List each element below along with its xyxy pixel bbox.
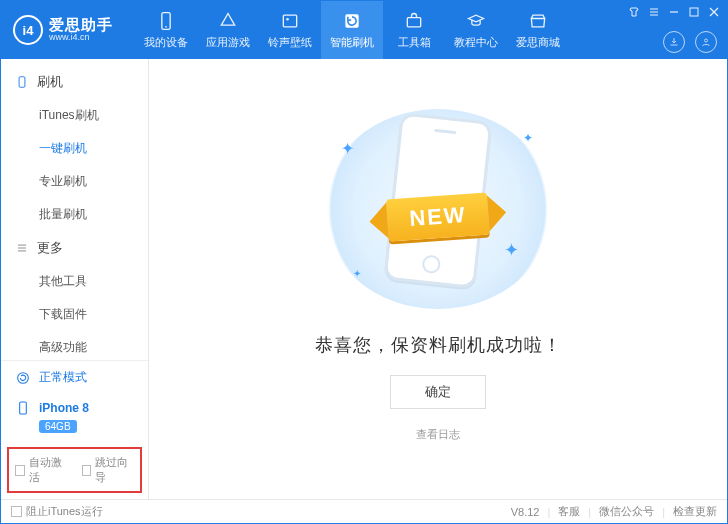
svg-rect-8 — [19, 77, 25, 88]
sidebar-item-itunes-flash[interactable]: iTunes刷机 — [1, 99, 148, 132]
sidebar-item-download-firmware[interactable]: 下载固件 — [1, 298, 148, 331]
group-title: 更多 — [37, 239, 63, 257]
menu-icon[interactable] — [647, 5, 661, 19]
nav-label: 工具箱 — [398, 35, 431, 50]
nav-label: 应用游戏 — [206, 35, 250, 50]
support-link[interactable]: 客服 — [558, 504, 580, 519]
mode-label: 正常模式 — [39, 369, 87, 386]
sidebar: 刷机 iTunes刷机 一键刷机 专业刷机 批量刷机 更多 其他工具 下载固件 … — [1, 59, 149, 499]
group-title: 刷机 — [37, 73, 63, 91]
nav-apps[interactable]: 应用游戏 — [197, 1, 259, 59]
sidebar-bottom: 正常模式 iPhone 8 64GB 自动激活 跳过向导 — [1, 360, 148, 499]
wechat-link[interactable]: 微信公众号 — [599, 504, 654, 519]
statusbar: 阻止iTunes运行 V8.12 | 客服 | 微信公众号 | 检查更新 — [1, 499, 727, 523]
checkbox-label: 自动激活 — [29, 455, 68, 485]
device-name: iPhone 8 — [39, 401, 89, 415]
maximize-button[interactable] — [687, 5, 701, 19]
separator: | — [547, 506, 550, 518]
brand-site: www.i4.cn — [49, 33, 113, 43]
sparkle-icon: ✦ — [504, 239, 519, 261]
sparkle-icon: ✦ — [341, 139, 354, 158]
nav-label: 爱思商城 — [516, 35, 560, 50]
brand-text: 爱思助手 www.i4.cn — [49, 17, 113, 43]
separator: | — [662, 506, 665, 518]
refresh-icon — [342, 11, 362, 31]
device-row[interactable]: iPhone 8 64GB — [1, 394, 148, 443]
checkbox-auto-activate[interactable]: 自动激活 — [15, 455, 68, 485]
separator: | — [588, 506, 591, 518]
nav-tutorial[interactable]: 教程中心 — [445, 1, 507, 59]
nav-label: 铃声壁纸 — [268, 35, 312, 50]
nav-toolbox[interactable]: 工具箱 — [383, 1, 445, 59]
graduation-icon — [466, 11, 486, 31]
nav-label: 我的设备 — [144, 35, 188, 50]
sparkle-icon: ✦ — [353, 268, 361, 279]
sidebar-item-batch-flash[interactable]: 批量刷机 — [1, 198, 148, 231]
user-button[interactable] — [695, 31, 717, 53]
svg-point-3 — [286, 18, 289, 20]
logo-icon: i4 — [13, 15, 43, 45]
checkbox-label: 跳过向导 — [95, 455, 134, 485]
device-icon — [156, 11, 176, 31]
statusbar-right: V8.12 | 客服 | 微信公众号 | 检查更新 — [511, 504, 717, 519]
nav-my-device[interactable]: 我的设备 — [135, 1, 197, 59]
phone-small-icon — [15, 400, 31, 416]
app-window: i4 爱思助手 www.i4.cn 我的设备 应用游戏 铃声壁纸 智能刷机 — [0, 0, 728, 524]
download-button[interactable] — [663, 31, 685, 53]
checkbox-icon — [15, 465, 25, 476]
nav-ringtones[interactable]: 铃声壁纸 — [259, 1, 321, 59]
highlighted-options: 自动激活 跳过向导 — [7, 447, 142, 493]
store-icon — [528, 11, 548, 31]
apps-icon — [218, 11, 238, 31]
device-capacity-badge: 64GB — [39, 420, 77, 433]
sidebar-item-oneclick-flash[interactable]: 一键刷机 — [1, 132, 148, 165]
top-nav: 我的设备 应用游戏 铃声壁纸 智能刷机 工具箱 教程中心 — [135, 1, 569, 59]
checkbox-icon — [82, 465, 92, 476]
close-button[interactable] — [707, 5, 721, 19]
main-panel: ✦ ✦ ✦ ✦ NEW 恭喜您，保资料刷机成功啦！ 确定 查看日志 — [149, 59, 727, 499]
titlebar: i4 爱思助手 www.i4.cn 我的设备 应用游戏 铃声壁纸 智能刷机 — [1, 1, 727, 59]
check-update-link[interactable]: 检查更新 — [673, 504, 717, 519]
svg-point-1 — [165, 26, 167, 28]
nav-store[interactable]: 爱思商城 — [507, 1, 569, 59]
version-label: V8.12 — [511, 506, 540, 518]
svg-rect-10 — [20, 402, 27, 414]
nav-label: 智能刷机 — [330, 35, 374, 50]
shirt-icon[interactable] — [627, 5, 641, 19]
checkbox-label: 阻止iTunes运行 — [26, 504, 103, 519]
nav-label: 教程中心 — [454, 35, 498, 50]
sidebar-item-other-tools[interactable]: 其他工具 — [1, 265, 148, 298]
mode-row[interactable]: 正常模式 — [1, 361, 148, 394]
svg-point-7 — [705, 39, 708, 42]
ok-button[interactable]: 确定 — [390, 375, 486, 409]
nav-flash[interactable]: 智能刷机 — [321, 1, 383, 59]
image-icon — [280, 11, 300, 31]
toolbox-icon — [404, 11, 424, 31]
sparkle-icon: ✦ — [523, 131, 533, 145]
sidebar-group-flash[interactable]: 刷机 — [1, 65, 148, 99]
checkbox-icon — [11, 506, 22, 517]
success-message: 恭喜您，保资料刷机成功啦！ — [315, 333, 562, 357]
statusbar-left: 阻止iTunes运行 — [11, 504, 103, 519]
phone-icon — [15, 75, 29, 89]
svg-rect-6 — [690, 8, 698, 16]
body: 刷机 iTunes刷机 一键刷机 专业刷机 批量刷机 更多 其他工具 下载固件 … — [1, 59, 727, 499]
new-ribbon: NEW — [386, 193, 490, 242]
svg-point-9 — [18, 372, 29, 383]
view-log-link[interactable]: 查看日志 — [416, 427, 460, 442]
brand-name: 爱思助手 — [49, 17, 113, 34]
svg-rect-5 — [407, 17, 420, 26]
hero-illustration: ✦ ✦ ✦ ✦ NEW — [323, 109, 553, 309]
menu-lines-icon — [15, 241, 29, 255]
svg-rect-2 — [283, 15, 296, 27]
sidebar-item-pro-flash[interactable]: 专业刷机 — [1, 165, 148, 198]
minimize-button[interactable] — [667, 5, 681, 19]
sidebar-item-advanced[interactable]: 高级功能 — [1, 331, 148, 360]
brand-logo: i4 爱思助手 www.i4.cn — [1, 15, 125, 45]
checkbox-block-itunes[interactable]: 阻止iTunes运行 — [11, 504, 103, 519]
sidebar-scroll: 刷机 iTunes刷机 一键刷机 专业刷机 批量刷机 更多 其他工具 下载固件 … — [1, 59, 148, 360]
window-controls — [627, 5, 721, 19]
refresh-circle-icon — [15, 370, 31, 386]
sidebar-group-more[interactable]: 更多 — [1, 231, 148, 265]
checkbox-skip-guide[interactable]: 跳过向导 — [82, 455, 135, 485]
